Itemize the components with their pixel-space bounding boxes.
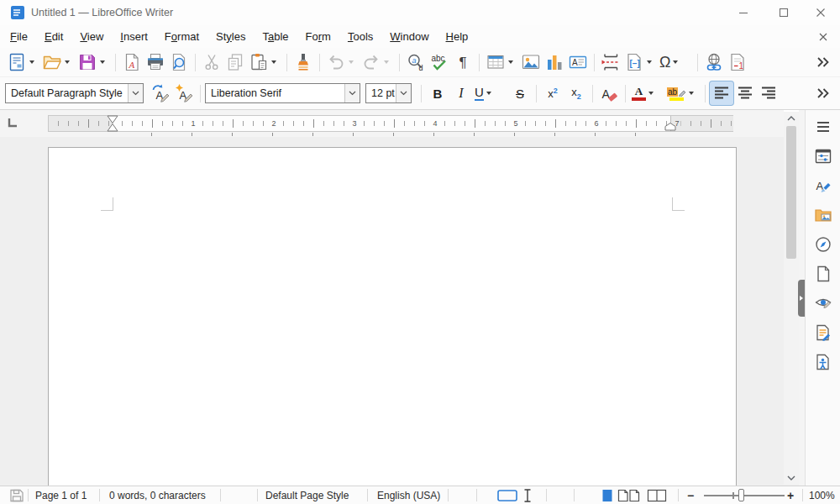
selection-mode[interactable] (497, 486, 519, 504)
redo-button[interactable] (360, 50, 395, 74)
view-book-button[interactable] (647, 486, 667, 504)
sidebar-styles-button[interactable]: A (812, 176, 834, 196)
paragraph-style-combo[interactable]: Default Paragraph Style (5, 83, 144, 103)
open-dropdown-arrow[interactable] (65, 60, 70, 64)
insert-text-box-button[interactable]: A (566, 50, 590, 74)
insert-chart-button[interactable] (543, 50, 566, 74)
menu-file[interactable]: File (3, 28, 34, 45)
menu-table[interactable]: Table (255, 28, 295, 45)
vertical-scrollbar[interactable] (784, 112, 799, 485)
scrollbar-thumb[interactable] (786, 126, 796, 259)
sidebar-style-inspector-button[interactable] (812, 293, 834, 313)
bold-button[interactable]: B (426, 81, 449, 105)
view-single-page-button[interactable] (601, 486, 613, 504)
insert-page-break-button[interactable] (599, 50, 622, 74)
field-dropdown-arrow[interactable] (647, 60, 652, 64)
paragraph-style-dropdown[interactable] (128, 84, 143, 102)
scroll-up-button[interactable] (784, 112, 799, 125)
indent-marker[interactable] (107, 115, 118, 132)
subscript-button[interactable]: x2 (564, 81, 588, 105)
sidebar-hide-handle[interactable] (798, 280, 805, 317)
underline-button[interactable]: U (473, 81, 508, 105)
update-style-button[interactable]: A (149, 81, 172, 105)
insert-table-button[interactable] (484, 50, 519, 74)
save-button[interactable] (76, 50, 111, 74)
insert-hyperlink-button[interactable] (702, 50, 726, 74)
sidebar-navigator-button[interactable] (812, 234, 834, 255)
font-color-dropdown-arrow[interactable] (648, 92, 654, 95)
insert-image-button[interactable] (519, 50, 543, 74)
zoom-in-button[interactable]: + (787, 486, 794, 504)
undo-button[interactable] (324, 50, 360, 74)
menu-tools[interactable]: Tools (341, 28, 380, 45)
cut-button[interactable] (200, 50, 223, 74)
export-pdf-button[interactable]: A (120, 50, 144, 74)
underline-dropdown-arrow[interactable] (486, 92, 491, 95)
horizontal-ruler[interactable]: 1 2 3 4 5 6 7 (48, 115, 733, 132)
formatting-overflow-button[interactable] (811, 81, 835, 105)
align-left-button[interactable] (710, 81, 733, 105)
undo-dropdown-arrow[interactable] (349, 60, 354, 64)
menu-format[interactable]: Format (158, 28, 206, 45)
new-style-button[interactable]: A (172, 81, 196, 105)
sidebar-manage-changes-button[interactable] (812, 323, 834, 343)
copy-button[interactable] (223, 50, 247, 74)
tab-stop-selector[interactable] (7, 117, 18, 129)
zoom-out-button[interactable]: − (687, 486, 694, 504)
font-size-combo[interactable]: 12 pt (365, 83, 412, 103)
open-button[interactable] (40, 50, 76, 74)
paste-dropdown-arrow[interactable] (271, 60, 276, 64)
insert-mode[interactable] (522, 486, 533, 504)
page-style[interactable]: Default Page Style (265, 486, 349, 504)
special-character-dropdown-arrow[interactable] (673, 60, 678, 64)
font-size-dropdown[interactable] (396, 84, 411, 102)
font-name-combo[interactable]: Liberation Serif (205, 83, 360, 103)
align-center-button[interactable] (733, 81, 757, 105)
close-document-button[interactable] (815, 29, 832, 45)
insert-footnote-button[interactable]: 1 (726, 50, 749, 74)
clear-formatting-button[interactable]: A (597, 81, 621, 105)
sidebar-properties-button[interactable] (812, 146, 834, 166)
maximize-button[interactable] (771, 0, 796, 25)
page-count[interactable]: Page 1 of 1 (35, 486, 87, 504)
strikethrough-button[interactable]: S (508, 81, 532, 105)
text-language[interactable]: English (USA) (377, 486, 440, 504)
zoom-slider-track[interactable] (704, 495, 785, 496)
new-dropdown-arrow[interactable] (29, 60, 34, 64)
redo-dropdown-arrow[interactable] (384, 60, 389, 64)
insert-special-character-button[interactable]: Ω (658, 50, 693, 74)
font-name-dropdown[interactable] (344, 84, 360, 102)
menu-edit[interactable]: Edit (38, 28, 70, 45)
new-document-button[interactable] (5, 50, 40, 74)
menu-help[interactable]: Help (439, 28, 475, 45)
find-replace-button[interactable]: a d (404, 50, 428, 74)
menu-view[interactable]: View (73, 28, 110, 45)
insert-field-button[interactable]: [–] (622, 50, 658, 74)
word-count[interactable]: 0 words, 0 characters (109, 486, 206, 504)
document-page[interactable] (48, 147, 737, 486)
formatting-marks-button[interactable]: ¶ (451, 50, 475, 74)
sidebar-settings-button[interactable] (812, 117, 834, 137)
sidebar-page-button[interactable] (812, 264, 834, 284)
font-color-button[interactable]: A (630, 81, 665, 105)
align-right-button[interactable] (757, 81, 780, 105)
sidebar-gallery-button[interactable] (812, 205, 834, 225)
highlight-dropdown-arrow[interactable] (689, 92, 694, 95)
zoom-slider-handle[interactable] (738, 489, 744, 501)
print-button[interactable] (144, 50, 167, 74)
scroll-down-button[interactable] (784, 471, 799, 485)
minimize-button[interactable] (731, 0, 756, 25)
zoom-percent[interactable]: 100% (809, 486, 835, 504)
print-preview-button[interactable] (167, 50, 191, 74)
highlight-color-button[interactable]: ab (665, 81, 701, 105)
italic-button[interactable]: I (449, 81, 473, 105)
view-multi-page-button[interactable] (617, 486, 641, 504)
paste-button[interactable] (247, 50, 282, 74)
spelling-button[interactable]: abc (428, 50, 451, 74)
sidebar-accessibility-check-button[interactable] (812, 352, 834, 372)
superscript-button[interactable]: x2 (541, 81, 564, 105)
right-indent-marker[interactable] (664, 123, 676, 131)
toolbar-overflow-button[interactable] (811, 50, 835, 74)
close-button[interactable] (808, 0, 833, 25)
clone-formatting-button[interactable] (291, 50, 315, 74)
